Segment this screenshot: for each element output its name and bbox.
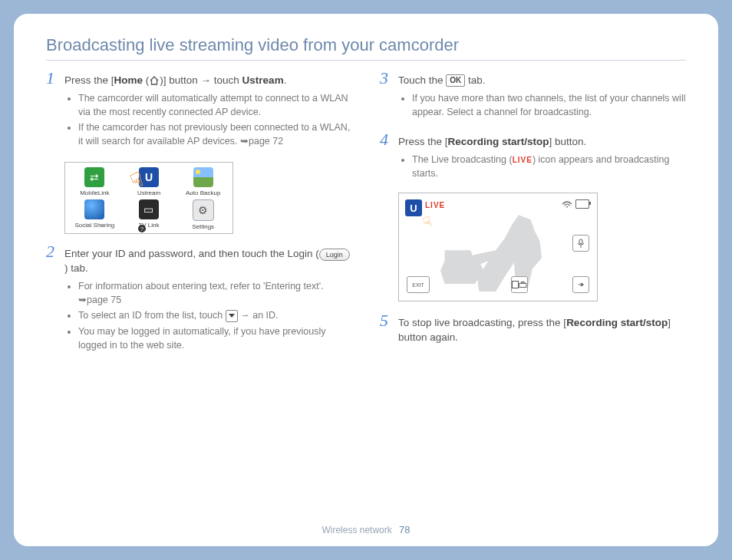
step-2-number: 2 xyxy=(46,243,57,260)
t: → an ID. xyxy=(238,310,279,321)
t: Touch the xyxy=(398,74,446,86)
step-2-notes: For information about entering text, ref… xyxy=(64,279,352,352)
t: ] button. xyxy=(549,136,587,147)
title-rule xyxy=(46,60,686,61)
home-app-grid: ⇄ MobileLink U Ustream Auto Backup Socia… xyxy=(64,162,233,234)
home-icon xyxy=(149,76,160,85)
step-3-lead: Touch the OK tab. xyxy=(398,74,486,86)
step-4-number: 4 xyxy=(380,131,391,148)
step-2-note-3: You may be logged in automatically, if y… xyxy=(78,324,352,352)
step-1-note-1: The camcorder will automatically attempt… xyxy=(78,91,352,119)
battery-icon xyxy=(575,199,589,209)
vf-touch-hand-icon: ☟ xyxy=(421,212,435,231)
step-1-notes: The camcorder will automatically attempt… xyxy=(64,91,352,149)
svg-rect-1 xyxy=(519,283,526,287)
step-1-note-2: If the camcorder has not previously been… xyxy=(78,120,352,148)
vf-share-button-icon xyxy=(572,276,589,293)
page-title: Broadcasting live streaming video from y… xyxy=(46,35,686,55)
step-2-note-2: To select an ID from the list, touch → a… xyxy=(78,308,352,322)
t: To select an ID from the list, touch xyxy=(78,310,226,321)
t: To stop live broadcasting, press the [ xyxy=(398,317,566,328)
app-tvlink: ▭ TV Link xyxy=(123,199,176,230)
step-4-lead: Press the [Recording start/stop] button. xyxy=(398,136,586,147)
step-3-note-1: If you have more than two channels, the … xyxy=(412,91,686,119)
step-1-lead: Press the [Home ()] button → touch Ustre… xyxy=(64,74,286,86)
right-column: 3 Touch the OK tab. If you have more tha… xyxy=(380,70,686,364)
app-label: MobileLink xyxy=(80,189,109,196)
step-4-note-1: The Live broadcasting (LIVE) icon appear… xyxy=(412,153,686,180)
t: )] button → touch xyxy=(160,74,242,86)
svg-rect-2 xyxy=(522,282,525,284)
settings-icon: ⚙ xyxy=(193,199,214,221)
content-columns: 1 Press the [Home ()] button → touch Ust… xyxy=(46,70,686,364)
ok-tab-icon: OK xyxy=(446,74,465,87)
ustream-icon: U xyxy=(139,167,159,187)
app-ustream: U Ustream xyxy=(123,167,176,196)
step-2-note-1: For information about entering text, ref… xyxy=(78,279,352,307)
t: Home xyxy=(114,74,143,86)
autobackup-icon xyxy=(193,167,213,187)
step-2-body: Enter your ID and password, and then tou… xyxy=(64,247,352,359)
step-3-notes: If you have more than two channels, the … xyxy=(398,91,686,119)
t: Recording start/stop xyxy=(566,317,668,328)
app-settings: ⚙ Settings xyxy=(176,199,229,230)
t: Enter your ID and password, and then tou… xyxy=(64,248,319,259)
tvlink-icon: ▭ xyxy=(139,199,159,219)
page-footer: Wireless network 78 xyxy=(14,524,718,535)
step-5-lead: To stop live broadcasting, press the [Re… xyxy=(398,317,671,343)
t: The Live broadcasting ( xyxy=(412,154,513,165)
vf-mic-button-icon xyxy=(572,235,589,252)
step-1-body: Press the [Home ()] button → touch Ustre… xyxy=(64,74,352,156)
login-tab-icon: Login xyxy=(319,249,350,261)
svg-rect-0 xyxy=(579,239,582,244)
ustream-badge-icon: U xyxy=(405,199,422,216)
vf-camera-button-icon xyxy=(511,276,528,293)
step-5-number: 5 xyxy=(380,312,391,329)
t: Recording start/stop xyxy=(448,136,549,147)
t: ( xyxy=(143,74,149,86)
t: Press the [ xyxy=(64,74,114,86)
t: . xyxy=(284,74,287,86)
step-3-body: Touch the OK tab. If you have more than … xyxy=(398,74,686,127)
t: Ustream xyxy=(242,74,284,86)
app-label: Social Sharing xyxy=(75,222,115,229)
app-autobackup: Auto Backup xyxy=(176,167,229,196)
step-3: 3 Touch the OK tab. If you have more tha… xyxy=(380,70,686,127)
page-inner: Broadcasting live streaming video from y… xyxy=(14,14,718,546)
step-1-number: 1 xyxy=(46,70,57,87)
vf-exit-button-icon: EXIT xyxy=(407,276,430,293)
step-2-lead: Enter your ID and password, and then tou… xyxy=(64,248,350,274)
dropdown-icon xyxy=(226,310,238,322)
t: tab. xyxy=(465,74,485,86)
step-3-number: 3 xyxy=(380,70,391,87)
step-1: 1 Press the [Home ()] button → touch Ust… xyxy=(46,70,352,156)
app-label: Ustream xyxy=(137,189,160,196)
step-4-body: Press the [Recording start/stop] button.… xyxy=(398,135,686,188)
live-icon: LIVE xyxy=(513,156,533,164)
footer-page-number: 78 xyxy=(399,524,410,535)
footer-section: Wireless network xyxy=(321,525,391,535)
step-4: 4 Press the [Recording start/stop] butto… xyxy=(380,131,686,188)
step-5: 5 To stop live broadcasting, press the [… xyxy=(380,312,686,345)
vf-live-icon: LIVE xyxy=(425,201,445,209)
socialsharing-icon xyxy=(84,199,104,219)
app-label: Auto Backup xyxy=(186,189,220,196)
t: OK xyxy=(450,76,461,84)
mobilelink-icon: ⇄ xyxy=(84,167,104,187)
app-label: Settings xyxy=(192,223,214,230)
wifi-icon xyxy=(562,201,572,210)
step-4-notes: The Live broadcasting (LIVE) icon appear… xyxy=(398,153,686,180)
t: Press the [ xyxy=(398,136,448,147)
left-column: 1 Press the [Home ()] button → touch Ust… xyxy=(46,70,352,364)
t: ) tab. xyxy=(64,262,88,274)
page-outer: Broadcasting live streaming video from y… xyxy=(0,0,732,560)
info-badge-icon: ? xyxy=(138,225,146,232)
step-5-body: To stop live broadcasting, press the [Re… xyxy=(398,316,686,345)
step-2: 2 Enter your ID and password, and then t… xyxy=(46,243,352,359)
viewfinder-illustration: U LIVE ☟ EXIT xyxy=(398,193,598,301)
app-mobilelink: ⇄ MobileLink xyxy=(68,167,121,196)
app-socialsharing: Social Sharing xyxy=(68,199,121,230)
